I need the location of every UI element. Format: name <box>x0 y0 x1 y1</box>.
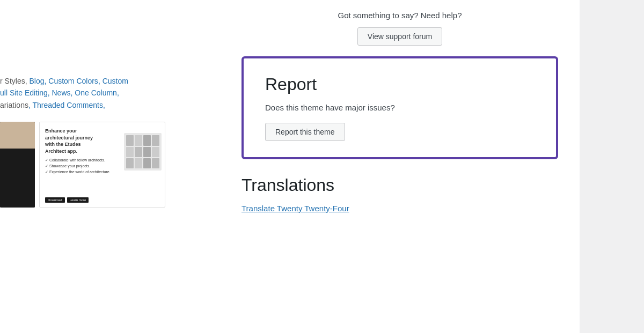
thumb-grid-image <box>124 133 162 171</box>
tag-full-site-editing[interactable]: ull Site Editing <box>0 88 48 97</box>
main-content: Got something to say? Need help? View su… <box>209 0 580 333</box>
tag-news[interactable]: News <box>52 88 71 97</box>
theme-thumbnails: Enhance yourarchitectural journeywith th… <box>0 111 209 208</box>
report-title: Report <box>265 75 535 94</box>
left-panel: r Styles, Blog, Custom Colors, Custom ul… <box>0 0 209 333</box>
help-section: Got something to say? Need help? View su… <box>241 11 558 46</box>
thumb-btn-download: Download <box>45 197 65 203</box>
thumb-cta-buttons: Download Learn more <box>45 197 89 203</box>
thumb-btn-learn: Learn more <box>67 197 89 203</box>
tag-prefix: r Styles, <box>0 77 29 85</box>
view-support-forum-button[interactable]: View support forum <box>357 27 442 46</box>
tag-blog[interactable]: Blog <box>29 77 44 85</box>
tag-threaded-comments[interactable]: Threaded Comments <box>32 101 103 109</box>
thumb-top-color <box>0 122 35 149</box>
help-text: Got something to say? Need help? <box>241 11 558 20</box>
tag-ariations: ariations <box>0 101 28 109</box>
tag-one-column[interactable]: One Column <box>75 88 117 97</box>
report-this-theme-button[interactable]: Report this theme <box>265 123 345 141</box>
report-subtitle: Does this theme have major issues? <box>265 103 535 112</box>
report-card: Report Does this theme have major issues… <box>241 56 558 159</box>
translate-link[interactable]: Translate Twenty Twenty-Four <box>241 204 349 213</box>
right-sidebar <box>580 0 644 333</box>
tags-section: r Styles, Blog, Custom Colors, Custom ul… <box>0 0 209 111</box>
tag-custom[interactable]: Custom <box>103 77 128 85</box>
translations-section: Translations Translate Twenty Twenty-Fou… <box>241 175 558 213</box>
translations-title: Translations <box>241 175 558 195</box>
thumb-bottom-dark <box>0 149 35 208</box>
thumbnail-light: Enhance yourarchitectural journeywith th… <box>39 122 165 208</box>
thumbnail-dark <box>0 122 35 208</box>
tag-custom-colors[interactable]: Custom Colors <box>48 77 98 85</box>
